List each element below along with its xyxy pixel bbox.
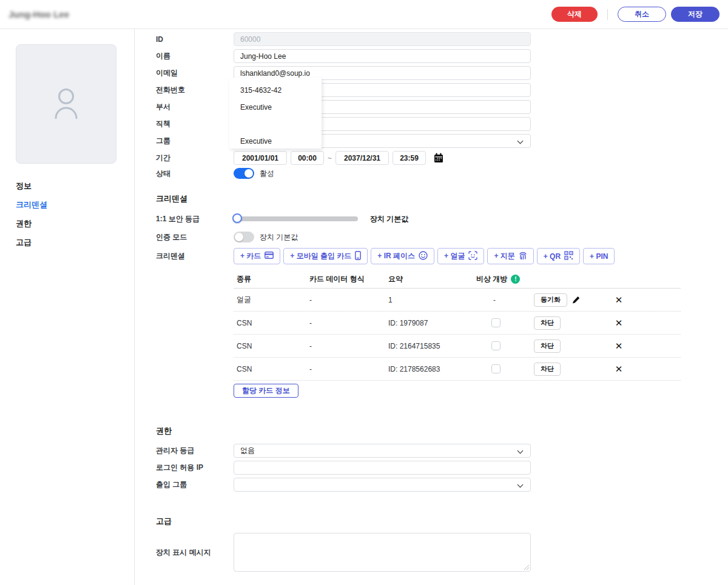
face-scan-icon	[468, 251, 477, 262]
chevron-down-icon	[517, 448, 524, 454]
avatar[interactable]	[16, 44, 116, 164]
section-nav: 정보 크리덴셜 권한 고급	[16, 181, 134, 248]
login-ip-field[interactable]	[234, 461, 531, 475]
admin-level-label: 관리자 등급	[156, 446, 234, 456]
email-label: 이메일	[156, 68, 234, 78]
start-time-field[interactable]: 00:00	[291, 151, 324, 165]
credential-table-header: 종류 카드 데이터 형식 요약 비상 개방 !	[234, 270, 681, 289]
edit-icon[interactable]	[571, 296, 580, 304]
status-label: 상태	[156, 169, 234, 179]
auth-mode-value: 장치 기본값	[260, 232, 298, 242]
delete-credential-button[interactable]: ✕	[613, 341, 625, 352]
save-button[interactable]: 저장	[671, 7, 720, 22]
mobile-card-icon	[355, 251, 361, 262]
status-toggle[interactable]	[234, 168, 254, 179]
phone-label: 전화번호	[156, 85, 234, 95]
auth-mode-toggle[interactable]	[234, 232, 254, 242]
emergency-open-info-icon[interactable]: !	[511, 275, 520, 284]
block-button[interactable]: 차단	[534, 363, 561, 376]
credential-add-label: 크리덴셜	[156, 251, 234, 261]
department-label: 부서	[156, 102, 234, 112]
security-level-slider[interactable]	[234, 216, 358, 221]
delete-credential-button[interactable]: ✕	[613, 318, 625, 329]
add-card-button[interactable]: + 카드	[234, 248, 280, 264]
col-emergency-open: 비상 개방 !	[473, 274, 604, 284]
credential-row: CSN - ID: 2178562683 차단 ✕	[234, 358, 681, 381]
person-icon	[54, 87, 78, 121]
credential-row: CSN - ID: 2164715835 차단 ✕	[234, 335, 681, 358]
sidebar-item-info[interactable]: 정보	[16, 181, 134, 192]
auth-mode-label: 인증 모드	[156, 232, 234, 242]
delete-credential-button[interactable]: ✕	[613, 295, 625, 306]
resize-grip[interactable]	[523, 564, 529, 570]
admin-level-select[interactable]: 없음	[234, 444, 531, 458]
status-value: 활성	[260, 169, 274, 179]
sidebar: 정보 크리덴셜 권한 고급	[0, 29, 135, 585]
chevron-down-icon	[517, 138, 524, 144]
add-pin-button[interactable]: + PIN	[583, 248, 615, 264]
login-ip-label: 로그인 허용 IP	[156, 463, 234, 473]
job-title-label: 직책	[156, 119, 234, 129]
end-time-field[interactable]: 23:59	[393, 151, 426, 165]
id-field: 60000	[234, 32, 531, 46]
access-group-label: 출입 그룹	[156, 480, 234, 490]
security-level-label: 1:1 보안 등급	[156, 214, 234, 224]
page-title: Jung-Hoo Lee	[8, 9, 69, 19]
col-card-format: 카드 데이터 형식	[306, 274, 385, 284]
emergency-open-checkbox[interactable]	[491, 318, 500, 327]
security-level-value: 장치 기본값	[370, 214, 408, 224]
name-label: 이름	[156, 51, 234, 61]
sidebar-item-credential[interactable]: 크리덴셜	[16, 199, 134, 210]
id-label: ID	[156, 35, 234, 44]
group-label: 그룹	[156, 136, 234, 146]
period-separator: ~	[328, 154, 332, 162]
credential-add-buttons: + 카드 + 모바일 출입 카드 + IR 페이스 + 얼굴 + 지문	[234, 248, 615, 264]
top-actions: 삭제 취소 저장	[551, 7, 720, 22]
add-face-button[interactable]: + 얼굴	[437, 248, 484, 264]
add-qr-button[interactable]: + QR	[537, 248, 580, 264]
sync-button[interactable]: 동기화	[534, 293, 567, 307]
block-button[interactable]: 차단	[534, 316, 561, 330]
display-message-label: 장치 표시 메시지	[156, 547, 234, 558]
sidebar-item-permission[interactable]: 권한	[16, 218, 134, 229]
card-icon	[265, 252, 274, 261]
add-mobile-card-button[interactable]: + 모바일 출입 카드	[283, 248, 368, 264]
period-label: 기간	[156, 153, 234, 163]
fingerprint-icon	[519, 251, 527, 262]
credential-row: CSN - ID: 1979087 차단 ✕	[234, 312, 681, 335]
emergency-open-checkbox[interactable]	[491, 364, 500, 373]
delete-button[interactable]: 삭제	[551, 7, 598, 22]
calendar-icon[interactable]	[434, 153, 443, 163]
qr-icon	[564, 251, 573, 262]
cancel-button[interactable]: 취소	[618, 7, 666, 22]
ir-face-icon	[419, 251, 428, 262]
col-summary: 요약	[385, 274, 473, 284]
credential-section-title: 크리덴셜	[156, 193, 728, 204]
add-ir-face-button[interactable]: + IR 페이스	[371, 248, 434, 264]
block-button[interactable]: 차단	[534, 339, 561, 353]
chevron-down-icon	[517, 482, 524, 488]
emergency-open-checkbox[interactable]	[491, 341, 500, 350]
delete-credential-button[interactable]: ✕	[613, 364, 625, 375]
add-fingerprint-button[interactable]: + 지문	[487, 248, 533, 264]
sidebar-item-advanced[interactable]: 고급	[16, 237, 134, 248]
access-group-select[interactable]	[234, 478, 531, 492]
name-field[interactable]: Jung-Hoo Lee	[234, 49, 531, 63]
top-bar: Jung-Hoo Lee 삭제 취소 저장	[0, 0, 728, 29]
display-message-textarea[interactable]	[234, 533, 531, 572]
action-divider	[607, 9, 608, 20]
assigned-card-info-button[interactable]: 할당 카드 정보	[234, 384, 298, 398]
credential-table: 종류 카드 데이터 형식 요약 비상 개방 ! 얼굴 - 1 -	[156, 270, 603, 381]
start-date-field[interactable]: 2001/01/01	[234, 151, 287, 165]
slider-thumb[interactable]	[232, 213, 242, 223]
user-form: ID 60000 이름 Jung-Hoo Lee 이메일 lshankland0…	[135, 29, 728, 585]
permission-section-title: 권한	[156, 426, 728, 436]
end-date-field[interactable]: 2037/12/31	[335, 151, 389, 165]
credential-row: 얼굴 - 1 - 동기화 ✕	[234, 289, 681, 312]
col-type: 종류	[234, 274, 306, 284]
advanced-section-title: 고급	[156, 516, 728, 527]
